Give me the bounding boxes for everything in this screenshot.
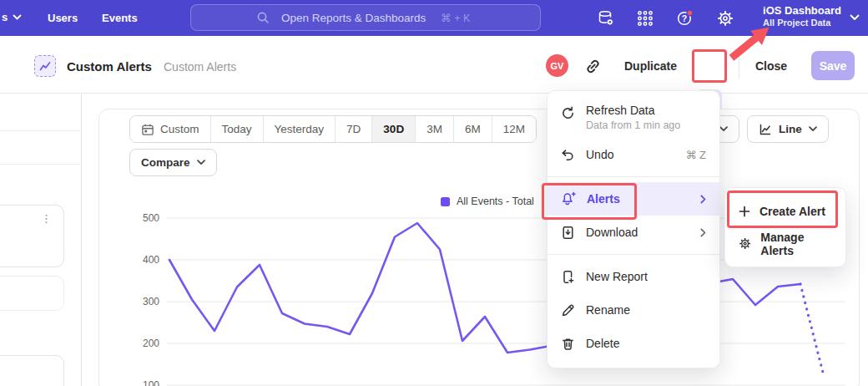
range-label: 30D	[383, 123, 404, 135]
svg-text:?: ?	[682, 13, 687, 23]
range-label: 12M	[503, 123, 525, 135]
menu-item-download[interactable]: Download	[548, 216, 719, 249]
svg-text:500: 500	[143, 212, 159, 224]
manage-alerts-label: Manage Alerts	[760, 231, 832, 257]
search-icon	[256, 11, 270, 24]
range-label: Today	[222, 123, 252, 135]
settings-gear-icon[interactable]	[715, 8, 735, 28]
range-label: 6M	[465, 123, 481, 135]
line-chart-icon	[759, 123, 772, 136]
menu-item-text: Refresh Data Data from 1 min ago	[586, 104, 706, 131]
rename-label: Rename	[586, 303, 706, 317]
range-6m[interactable]: 6M	[454, 116, 492, 142]
query-builder-sidebar: ⋮	[0, 94, 82, 386]
download-icon	[561, 226, 575, 240]
plus-icon	[739, 206, 750, 217]
project-scope: All Project Data	[763, 18, 841, 29]
builder-card[interactable]	[0, 355, 64, 386]
menu-item-alerts[interactable]: Alerts	[548, 182, 719, 216]
trash-icon	[561, 337, 575, 351]
builder-row[interactable]	[0, 131, 82, 165]
nav-tab-events[interactable]: Events	[102, 12, 138, 24]
refresh-label: Refresh Data	[586, 104, 654, 117]
alerts-submenu: Create Alert Manage Alerts	[724, 187, 846, 267]
menu-divider	[548, 254, 719, 255]
top-nav-bar: s Users Events Open Reports & Dashboards…	[0, 0, 868, 36]
close-button[interactable]: Close	[755, 59, 787, 73]
nav-truncated-label: s	[2, 11, 8, 23]
project-name: iOS Dashboard	[763, 4, 841, 18]
svg-text:200: 200	[143, 338, 159, 349]
chart-type-button[interactable]: Line	[747, 115, 829, 143]
chevron-down-icon	[850, 14, 860, 21]
menu-item-delete[interactable]: Delete	[548, 327, 719, 360]
chart-type-label: Line	[779, 123, 802, 135]
duplicate-button[interactable]: Duplicate	[624, 59, 677, 73]
svg-text:300: 300	[143, 296, 159, 307]
refresh-sublabel: Data from 1 min ago	[586, 119, 706, 131]
menu-item-new-report[interactable]: New Report	[548, 260, 719, 293]
range-30d-active[interactable]: 30D	[372, 116, 416, 142]
avatar[interactable]: GV	[546, 54, 568, 77]
report-chart-icon	[34, 55, 56, 77]
undo-shortcut: ⌘ Z	[685, 149, 706, 161]
project-switcher[interactable]: iOS Dashboard All Project Data	[763, 4, 841, 29]
range-7d[interactable]: 7D	[336, 116, 372, 142]
date-range-control: Custom Today Yesterday 7D 30D 3M 6M 12M	[129, 115, 537, 143]
kebab-menu-icon[interactable]: ⋮	[41, 216, 52, 222]
undo-label: Undo	[586, 148, 674, 161]
global-search[interactable]: Open Reports & Dashboards ⌘ + K	[190, 4, 541, 31]
range-label: 3M	[426, 123, 442, 135]
compare-button[interactable]: Compare	[129, 149, 217, 176]
chevron-right-icon	[700, 228, 706, 237]
data-management-icon[interactable]	[596, 8, 616, 28]
page-title: Custom Alerts	[67, 59, 152, 74]
nav-tab-users[interactable]: Users	[48, 12, 78, 24]
create-alert-label: Create Alert	[760, 205, 825, 218]
compare-label: Compare	[141, 156, 190, 169]
refresh-icon	[561, 106, 575, 120]
submenu-item-create-alert[interactable]: Create Alert	[725, 195, 845, 227]
chevron-down-icon	[809, 126, 817, 132]
chevron-right-icon	[700, 195, 706, 204]
help-icon[interactable]: ?	[675, 8, 695, 28]
range-today[interactable]: Today	[211, 116, 264, 142]
apps-grid-icon[interactable]	[635, 8, 655, 28]
menu-item-rename[interactable]: Rename	[548, 293, 719, 327]
range-label: Yesterday	[275, 123, 325, 135]
builder-card[interactable]: ⋮	[0, 205, 64, 267]
chevron-down-icon	[13, 14, 22, 20]
builder-card[interactable]	[0, 276, 64, 311]
search-placeholder: Open Reports & Dashboards	[281, 12, 426, 24]
menu-divider	[548, 176, 719, 177]
builder-row[interactable]	[0, 94, 82, 131]
range-12m[interactable]: 12M	[492, 116, 536, 142]
more-options-menu: Refresh Data Data from 1 min ago Undo ⌘ …	[547, 90, 720, 368]
gear-icon	[739, 236, 751, 251]
svg-text:400: 400	[143, 254, 159, 266]
menu-item-refresh-data[interactable]: Refresh Data Data from 1 min ago	[548, 99, 719, 138]
save-button[interactable]: Save	[811, 51, 855, 80]
undo-icon	[561, 148, 575, 162]
search-shortcut: ⌘ + K	[441, 12, 470, 24]
menu-item-undo[interactable]: Undo ⌘ Z	[548, 138, 719, 171]
calendar-icon	[141, 123, 154, 136]
notification-dot	[687, 10, 693, 16]
app-window: s Users Events Open Reports & Dashboards…	[0, 0, 868, 386]
header-divider	[739, 53, 739, 79]
new-report-icon	[561, 270, 575, 284]
range-yesterday[interactable]: Yesterday	[264, 116, 336, 142]
submenu-item-manage-alerts[interactable]: Manage Alerts	[725, 227, 845, 260]
report-header: Custom Alerts Custom Alerts GV Duplicate…	[0, 36, 868, 94]
new-report-label: New Report	[586, 270, 706, 283]
share-link-icon[interactable]	[584, 58, 602, 75]
range-3m[interactable]: 3M	[416, 116, 454, 142]
alerts-label: Alerts	[587, 192, 689, 206]
nav-truncated-tab[interactable]: s	[2, 11, 22, 23]
chevron-down-icon	[197, 160, 205, 165]
range-label: 7D	[346, 123, 361, 135]
bell-plus-icon	[561, 191, 576, 206]
pencil-icon	[561, 303, 575, 317]
range-label: Custom	[160, 123, 199, 135]
range-custom[interactable]: Custom	[130, 116, 211, 142]
